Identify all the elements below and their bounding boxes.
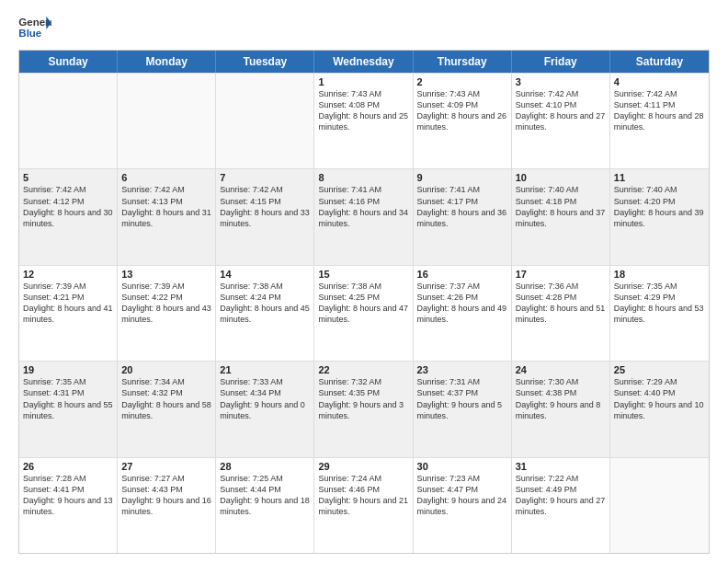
calendar-day-cell: 19Sunrise: 7:35 AM Sunset: 4:31 PM Dayli…	[19, 362, 118, 456]
day-info: Sunrise: 7:40 AM Sunset: 4:18 PM Dayligh…	[516, 184, 606, 229]
day-number: 21	[220, 364, 310, 375]
calendar-day-cell: 2Sunrise: 7:43 AM Sunset: 4:09 PM Daylig…	[414, 74, 512, 168]
day-info: Sunrise: 7:36 AM Sunset: 4:28 PM Dayligh…	[516, 281, 606, 326]
calendar-day-cell: 26Sunrise: 7:28 AM Sunset: 4:41 PM Dayli…	[19, 458, 118, 553]
day-info: Sunrise: 7:28 AM Sunset: 4:41 PM Dayligh…	[23, 473, 113, 518]
day-number: 8	[318, 172, 408, 183]
day-info: Sunrise: 7:42 AM Sunset: 4:15 PM Dayligh…	[220, 184, 310, 229]
calendar-day-cell: 10Sunrise: 7:40 AM Sunset: 4:18 PM Dayli…	[512, 169, 610, 264]
day-info: Sunrise: 7:41 AM Sunset: 4:16 PM Dayligh…	[318, 184, 408, 229]
calendar-day-cell	[216, 74, 314, 168]
calendar-day-header: Wednesday	[314, 51, 413, 73]
calendar-body: 1Sunrise: 7:43 AM Sunset: 4:08 PM Daylig…	[19, 73, 709, 553]
day-number: 12	[23, 269, 113, 280]
calendar-day-header: Tuesday	[216, 51, 314, 73]
calendar-day-cell: 21Sunrise: 7:33 AM Sunset: 4:34 PM Dayli…	[216, 362, 314, 456]
day-number: 11	[614, 172, 705, 183]
calendar-day-cell: 13Sunrise: 7:39 AM Sunset: 4:22 PM Dayli…	[118, 266, 216, 361]
day-number: 3	[516, 76, 606, 87]
day-number: 17	[516, 269, 606, 280]
day-info: Sunrise: 7:42 AM Sunset: 4:12 PM Dayligh…	[23, 184, 113, 229]
calendar-day-cell: 16Sunrise: 7:37 AM Sunset: 4:26 PM Dayli…	[414, 266, 512, 361]
calendar-day-cell: 15Sunrise: 7:38 AM Sunset: 4:25 PM Dayli…	[314, 266, 413, 361]
calendar-day-cell: 3Sunrise: 7:42 AM Sunset: 4:10 PM Daylig…	[512, 74, 610, 168]
calendar-header: SundayMondayTuesdayWednesdayThursdayFrid…	[19, 51, 709, 73]
calendar-day-cell: 5Sunrise: 7:42 AM Sunset: 4:12 PM Daylig…	[19, 169, 118, 264]
calendar-day-cell: 11Sunrise: 7:40 AM Sunset: 4:20 PM Dayli…	[610, 169, 709, 264]
day-info: Sunrise: 7:42 AM Sunset: 4:11 PM Dayligh…	[614, 88, 705, 133]
calendar-day-header: Saturday	[610, 51, 709, 73]
calendar-day-cell: 18Sunrise: 7:35 AM Sunset: 4:29 PM Dayli…	[610, 266, 709, 361]
calendar-week-row: 1Sunrise: 7:43 AM Sunset: 4:08 PM Daylig…	[19, 73, 709, 168]
day-info: Sunrise: 7:38 AM Sunset: 4:25 PM Dayligh…	[318, 281, 408, 326]
calendar-day-cell: 31Sunrise: 7:22 AM Sunset: 4:49 PM Dayli…	[512, 458, 610, 553]
calendar-day-cell: 8Sunrise: 7:41 AM Sunset: 4:16 PM Daylig…	[314, 169, 413, 264]
day-number: 4	[614, 76, 705, 87]
day-info: Sunrise: 7:35 AM Sunset: 4:29 PM Dayligh…	[614, 281, 705, 326]
calendar-day-header: Friday	[512, 51, 610, 73]
calendar-day-cell: 27Sunrise: 7:27 AM Sunset: 4:43 PM Dayli…	[118, 458, 216, 553]
day-number: 9	[417, 172, 507, 183]
day-number: 29	[318, 461, 408, 472]
day-info: Sunrise: 7:42 AM Sunset: 4:13 PM Dayligh…	[121, 184, 211, 229]
calendar-week-row: 19Sunrise: 7:35 AM Sunset: 4:31 PM Dayli…	[19, 361, 709, 456]
day-number: 6	[121, 172, 211, 183]
day-info: Sunrise: 7:34 AM Sunset: 4:32 PM Dayligh…	[121, 376, 211, 421]
day-number: 18	[614, 269, 705, 280]
day-info: Sunrise: 7:39 AM Sunset: 4:22 PM Dayligh…	[121, 281, 211, 326]
day-info: Sunrise: 7:29 AM Sunset: 4:40 PM Dayligh…	[614, 376, 705, 421]
day-number: 27	[121, 461, 211, 472]
day-number: 19	[23, 364, 113, 375]
day-number: 20	[121, 364, 211, 375]
day-info: Sunrise: 7:27 AM Sunset: 4:43 PM Dayligh…	[121, 473, 211, 518]
calendar-day-cell: 24Sunrise: 7:30 AM Sunset: 4:38 PM Dayli…	[512, 362, 610, 456]
day-number: 1	[318, 76, 408, 87]
page: General Blue SundayMondayTuesdayWednesda…	[0, 0, 728, 563]
calendar-day-cell	[118, 74, 216, 168]
calendar-day-cell: 14Sunrise: 7:38 AM Sunset: 4:24 PM Dayli…	[216, 266, 314, 361]
calendar-day-cell: 7Sunrise: 7:42 AM Sunset: 4:15 PM Daylig…	[216, 169, 314, 264]
day-info: Sunrise: 7:25 AM Sunset: 4:44 PM Dayligh…	[220, 473, 310, 518]
calendar-day-cell: 22Sunrise: 7:32 AM Sunset: 4:35 PM Dayli…	[314, 362, 413, 456]
header: General Blue	[18, 15, 710, 42]
calendar-day-cell: 9Sunrise: 7:41 AM Sunset: 4:17 PM Daylig…	[414, 169, 512, 264]
calendar-day-cell: 25Sunrise: 7:29 AM Sunset: 4:40 PM Dayli…	[610, 362, 709, 456]
day-number: 13	[121, 269, 211, 280]
day-number: 28	[220, 461, 310, 472]
day-info: Sunrise: 7:35 AM Sunset: 4:31 PM Dayligh…	[23, 376, 113, 421]
day-number: 22	[318, 364, 408, 375]
calendar-day-header: Monday	[118, 51, 216, 73]
day-info: Sunrise: 7:43 AM Sunset: 4:08 PM Dayligh…	[318, 88, 408, 133]
day-number: 25	[614, 364, 705, 375]
logo-icon: General Blue	[18, 15, 51, 42]
calendar-day-cell: 28Sunrise: 7:25 AM Sunset: 4:44 PM Dayli…	[216, 458, 314, 553]
calendar-day-cell: 4Sunrise: 7:42 AM Sunset: 4:11 PM Daylig…	[610, 74, 709, 168]
logo: General Blue	[18, 15, 51, 42]
day-info: Sunrise: 7:42 AM Sunset: 4:10 PM Dayligh…	[516, 88, 606, 133]
calendar-day-cell: 12Sunrise: 7:39 AM Sunset: 4:21 PM Dayli…	[19, 266, 118, 361]
day-number: 15	[318, 269, 408, 280]
day-number: 24	[516, 364, 606, 375]
calendar-day-cell: 6Sunrise: 7:42 AM Sunset: 4:13 PM Daylig…	[118, 169, 216, 264]
day-info: Sunrise: 7:31 AM Sunset: 4:37 PM Dayligh…	[417, 376, 507, 421]
calendar-day-cell: 30Sunrise: 7:23 AM Sunset: 4:47 PM Dayli…	[414, 458, 512, 553]
calendar-day-cell: 1Sunrise: 7:43 AM Sunset: 4:08 PM Daylig…	[314, 74, 413, 168]
calendar-day-cell: 17Sunrise: 7:36 AM Sunset: 4:28 PM Dayli…	[512, 266, 610, 361]
day-info: Sunrise: 7:22 AM Sunset: 4:49 PM Dayligh…	[516, 473, 606, 518]
calendar-day-cell	[610, 458, 709, 553]
day-info: Sunrise: 7:30 AM Sunset: 4:38 PM Dayligh…	[516, 376, 606, 421]
day-number: 7	[220, 172, 310, 183]
day-number: 30	[417, 461, 507, 472]
day-info: Sunrise: 7:41 AM Sunset: 4:17 PM Dayligh…	[417, 184, 507, 229]
day-number: 26	[23, 461, 113, 472]
day-info: Sunrise: 7:24 AM Sunset: 4:46 PM Dayligh…	[318, 473, 408, 518]
day-number: 16	[417, 269, 507, 280]
day-number: 5	[23, 172, 113, 183]
day-number: 31	[516, 461, 606, 472]
calendar-day-cell: 23Sunrise: 7:31 AM Sunset: 4:37 PM Dayli…	[414, 362, 512, 456]
calendar: SundayMondayTuesdayWednesdayThursdayFrid…	[18, 50, 710, 554]
svg-text:Blue: Blue	[18, 28, 41, 39]
day-number: 14	[220, 269, 310, 280]
day-info: Sunrise: 7:40 AM Sunset: 4:20 PM Dayligh…	[614, 184, 705, 229]
calendar-day-cell	[19, 74, 118, 168]
